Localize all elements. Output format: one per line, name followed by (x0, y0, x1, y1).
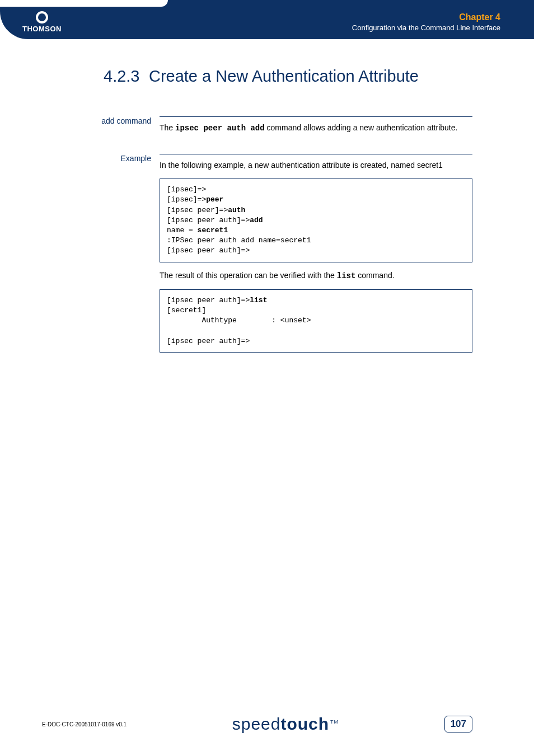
code-line: [ipsec peer auth]=> (167, 246, 250, 255)
page-footer: E-DOC-CTC-20051017-0169 v0.1 speedtouchT… (42, 715, 472, 734)
speedtouch-logo: speedtouchTM (232, 715, 339, 734)
brand-logo: THOMSON (22, 11, 62, 33)
section-title: Create a New Authentication Attribute (149, 67, 419, 85)
code-line: [ipsec peer auth]=> (167, 337, 250, 345)
code-line: [ipsec peer auth]=> (167, 216, 250, 224)
label-add-command: add command (87, 116, 160, 134)
code-block-1: [ipsec]=> [ipsec]=>peer [ipsec peer]=>au… (160, 179, 472, 262)
code-line: [ipsec peer auth]=> (167, 296, 250, 304)
code-bold: auth (228, 206, 245, 214)
code-bold: peer (206, 195, 223, 204)
section-number: 4.2.3 (104, 67, 140, 85)
header-right: Chapter 4 Configuration via the Command … (352, 12, 500, 32)
code-line: :IPSec peer auth add name=secret1 (167, 236, 311, 245)
header-bar: THOMSON Chapter 4 Configuration via the … (0, 0, 534, 39)
chapter-label: Chapter 4 (352, 12, 500, 22)
document-id: E-DOC-CTC-20051017-0169 v0.1 (42, 721, 127, 727)
brand-bold: touch (280, 715, 329, 733)
code-block-2: [ipsec peer auth]=>list [secret1] Authty… (160, 289, 472, 353)
text: command. (355, 271, 394, 280)
body-example: In the following example, a new authenti… (160, 154, 472, 360)
header-curve (0, 0, 168, 7)
add-command-description: The ipsec peer auth add command allows a… (160, 123, 472, 134)
chapter-subtitle: Configuration via the Command Line Inter… (352, 24, 500, 32)
text: The result of this operation can be veri… (160, 271, 337, 280)
page-content: 4.2.3 Create a New Authentication Attrib… (87, 67, 472, 380)
brand-thin: speed (232, 715, 281, 733)
thomson-logo-icon (36, 11, 48, 24)
code-line: Authtype : <unset> (167, 316, 311, 325)
code-bold: secret1 (198, 226, 228, 234)
block-add-command: add command The ipsec peer auth add comm… (87, 116, 472, 134)
divider (160, 116, 472, 117)
code-line: [ipsec]=> (167, 185, 206, 194)
page-number: 107 (444, 716, 472, 732)
brand-logo-text: THOMSON (22, 25, 62, 33)
code-line: [ipsec]=> (167, 195, 206, 204)
code-bold: list (250, 296, 267, 304)
divider (160, 154, 472, 154)
section-heading: 4.2.3 Create a New Authentication Attrib… (104, 67, 472, 86)
code-line: [secret1] (167, 306, 206, 314)
label-example: Example (87, 154, 160, 360)
text: The (160, 123, 175, 132)
code-line: name = (167, 226, 198, 234)
code-inline: list (337, 271, 356, 280)
code-inline: ipsec peer auth add (175, 124, 265, 133)
code-line: [ipsec peer]=> (167, 206, 228, 214)
code-bold: add (250, 216, 263, 224)
brand-tm: TM (330, 719, 339, 725)
body-add-command: The ipsec peer auth add command allows a… (160, 116, 472, 134)
example-intro: In the following example, a new authenti… (160, 160, 472, 171)
block-example: Example In the following example, a new … (87, 154, 472, 360)
example-mid-text: The result of this operation can be veri… (160, 270, 472, 282)
text: command allows adding a new authenticati… (265, 123, 458, 132)
